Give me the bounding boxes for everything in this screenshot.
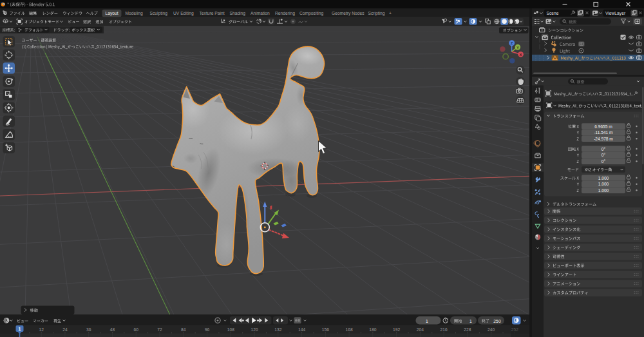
svg-text:84: 84 — [181, 327, 186, 332]
svg-text:Z: Z — [511, 41, 513, 45]
svg-text:24: 24 — [62, 327, 68, 332]
svg-text:Y: Y — [516, 46, 519, 50]
svg-text:1: 1 — [426, 319, 428, 323]
svg-text:216: 216 — [440, 327, 448, 332]
svg-text:250: 250 — [493, 319, 501, 323]
svg-text:72: 72 — [157, 327, 162, 332]
svg-text:0°: 0° — [601, 153, 606, 157]
svg-text:Modeling: Modeling — [126, 11, 143, 16]
svg-text:Scene: Scene — [547, 11, 559, 15]
svg-text:Shading: Shading — [230, 11, 246, 16]
svg-text:60: 60 — [134, 327, 139, 332]
svg-text:12: 12 — [39, 327, 44, 332]
svg-text:ViewLayer: ViewLayer — [605, 11, 626, 16]
svg-text:1.000: 1.000 — [598, 182, 609, 186]
svg-text:-11.541 m: -11.541 m — [594, 130, 613, 135]
svg-text:Rendering: Rendering — [275, 11, 295, 16]
svg-text:36: 36 — [86, 327, 91, 332]
svg-text:Scripting: Scripting — [368, 11, 385, 16]
svg-text:192: 192 — [393, 327, 400, 332]
svg-text:UV Editing: UV Editing — [173, 11, 194, 16]
svg-text:240: 240 — [488, 327, 495, 332]
svg-text:204: 204 — [417, 327, 424, 332]
svg-text:+: + — [389, 11, 392, 15]
svg-text:X: X — [520, 53, 522, 57]
svg-text:144: 144 — [298, 327, 305, 332]
svg-text:1.000: 1.000 — [598, 188, 609, 193]
svg-text:6.9655 m: 6.9655 m — [594, 124, 612, 129]
svg-text:1: 1 — [19, 327, 21, 331]
svg-text:Compositing: Compositing — [299, 11, 323, 16]
svg-text:48: 48 — [110, 327, 115, 332]
svg-text:Texture Paint: Texture Paint — [200, 11, 225, 15]
svg-text:228: 228 — [464, 327, 471, 332]
svg-text:168: 168 — [346, 327, 353, 332]
svg-text:132: 132 — [274, 327, 281, 332]
svg-text:1.000: 1.000 — [598, 176, 609, 180]
svg-text:180: 180 — [369, 327, 376, 332]
svg-text:120: 120 — [251, 327, 258, 332]
svg-text:108: 108 — [227, 327, 234, 332]
svg-text:0°: 0° — [601, 147, 606, 151]
svg-text:1: 1 — [469, 319, 472, 323]
svg-text:96: 96 — [205, 327, 210, 332]
svg-text:Animation: Animation — [251, 11, 270, 15]
svg-text:-24.978 m: -24.978 m — [594, 137, 613, 141]
svg-text:Sculpting: Sculpting — [150, 11, 168, 16]
svg-text:Layout: Layout — [106, 11, 118, 16]
svg-text:156: 156 — [322, 327, 329, 332]
svg-text:0°: 0° — [601, 159, 606, 164]
svg-text:Geometry Nodes: Geometry Nodes — [332, 11, 365, 16]
